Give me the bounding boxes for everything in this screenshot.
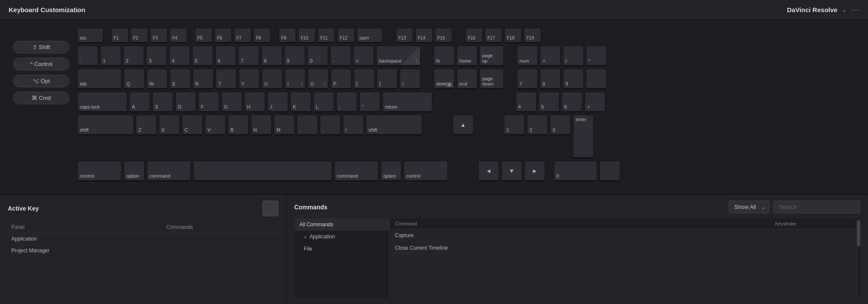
key-f10[interactable]: F10 <box>298 28 316 43</box>
key-lbracket[interactable]: [ <box>354 69 375 89</box>
key-v[interactable]: V <box>205 115 226 135</box>
key-3[interactable]: 3 <box>146 46 167 66</box>
key-control-left[interactable]: control <box>77 161 122 182</box>
key-num6[interactable]: 6 <box>562 92 582 112</box>
table-row[interactable]: Application <box>8 233 278 245</box>
tree-item-all-commands[interactable]: All Commands <box>294 218 389 231</box>
scrollbar[interactable] <box>857 218 860 298</box>
key-num[interactable]: num <box>517 46 538 66</box>
key-z[interactable]: Z <box>136 115 157 135</box>
key-return[interactable]: return <box>382 92 432 112</box>
key-f3[interactable]: F3 <box>150 28 168 43</box>
key-1[interactable]: 1 <box>100 46 121 66</box>
key-t[interactable]: T <box>216 69 237 89</box>
key-p[interactable]: P <box>331 69 352 89</box>
key-backspace[interactable]: backspace 1 <box>376 46 421 66</box>
key-f[interactable]: F <box>198 92 219 112</box>
key-shift-left[interactable]: shift <box>77 115 134 135</box>
key-esc[interactable]: esc <box>77 28 103 43</box>
key-8[interactable]: 8 <box>261 46 282 66</box>
key-page-up[interactable]: pageup <box>480 46 504 66</box>
key-command-right[interactable]: command <box>334 161 378 182</box>
control-modifier[interactable]: ^ Control <box>13 58 69 70</box>
key-home[interactable]: home <box>457 46 477 66</box>
key-control-right[interactable]: control <box>404 161 448 182</box>
key-num4[interactable]: 4 <box>516 92 536 112</box>
key-backslash[interactable]: \ <box>400 69 421 89</box>
key-4[interactable]: 4 <box>169 46 190 66</box>
tree-item-application[interactable]: ∨ Application <box>294 231 389 243</box>
key-num9[interactable]: 9 <box>563 69 584 89</box>
key-num0[interactable]: 0 <box>554 161 597 182</box>
key-num7[interactable]: 7 <box>517 69 538 89</box>
key-capslock[interactable]: caps lock <box>77 92 127 112</box>
key-num5[interactable]: 5 <box>539 92 559 112</box>
key-num-minus[interactable]: - <box>586 69 607 89</box>
key-f16[interactable]: F16 <box>465 28 483 43</box>
key-0[interactable]: 0 <box>307 46 328 66</box>
tree-item-file[interactable]: File <box>294 243 389 255</box>
key-9[interactable]: 9 <box>284 46 305 66</box>
scroll-thumb[interactable] <box>857 220 860 246</box>
cmd-row-capture[interactable]: Capture <box>390 229 857 242</box>
key-k[interactable]: K <box>290 92 311 112</box>
key-7[interactable]: 7 <box>238 46 259 66</box>
key-num8[interactable]: 8 <box>540 69 561 89</box>
search-input[interactable] <box>773 201 860 213</box>
key-f8[interactable]: F8 <box>253 28 271 43</box>
show-all-dropdown[interactable]: Show All <box>729 201 769 213</box>
key-l[interactable]: L <box>313 92 334 112</box>
key-arrow-left[interactable]: ◄ <box>478 161 499 182</box>
key-f2[interactable]: F2 <box>131 28 148 43</box>
key-backtick[interactable]: ` <box>77 46 98 66</box>
key-num-dot[interactable]: . <box>599 161 620 182</box>
key-r[interactable]: R <box>193 69 214 89</box>
key-f4[interactable]: F4 <box>170 28 187 43</box>
key-f9[interactable]: F9 <box>279 28 296 43</box>
key-f18[interactable]: F18 <box>504 28 522 43</box>
key-j[interactable]: J <box>267 92 288 112</box>
shift-modifier[interactable]: ⇧ Shift <box>13 41 69 53</box>
key-f12[interactable]: F12 <box>337 28 355 43</box>
key-g[interactable]: G <box>221 92 242 112</box>
key-tab[interactable]: tab <box>77 69 122 89</box>
key-f13[interactable]: F13 <box>396 28 413 43</box>
opt-modifier[interactable]: ⌥ Opt <box>13 75 69 87</box>
key-option-right[interactable]: option <box>381 161 401 182</box>
key-f11[interactable]: F11 <box>318 28 335 43</box>
cmd-modifier[interactable]: ⌘ Cmd <box>13 92 69 104</box>
key-q[interactable]: Q <box>124 69 145 89</box>
key-enter[interactable]: enter <box>573 115 594 159</box>
key-c[interactable]: C <box>182 115 203 135</box>
key-num1[interactable]: 1 <box>504 115 525 135</box>
key-arrow-up[interactable]: ▲ <box>453 115 473 135</box>
key-o[interactable]: O 1 <box>308 69 329 89</box>
key-quote[interactable]: " <box>359 92 380 112</box>
key-f6[interactable]: F6 <box>214 28 232 43</box>
chevron-down-icon[interactable]: ⌄ <box>842 7 847 13</box>
table-row[interactable]: Project Manager <box>8 245 278 257</box>
key-num2[interactable]: 2 <box>527 115 548 135</box>
key-f1[interactable]: F1 <box>111 28 128 43</box>
key-x[interactable]: X <box>159 115 180 135</box>
key-end[interactable]: end <box>457 69 477 89</box>
key-equals[interactable]: = <box>353 46 374 66</box>
key-2[interactable]: 2 <box>123 46 144 66</box>
key-space[interactable] <box>193 161 332 182</box>
key-arrow-right[interactable]: ► <box>524 161 545 182</box>
key-num-star[interactable]: * <box>586 46 607 66</box>
key-fn[interactable]: fn <box>434 46 454 66</box>
key-f14[interactable]: F14 <box>415 28 433 43</box>
key-option-left[interactable]: option <box>124 161 145 182</box>
key-minus[interactable]: - <box>330 46 351 66</box>
key-delete[interactable]: delete 3 <box>434 69 454 89</box>
key-i[interactable]: I 1 <box>285 69 306 89</box>
key-m[interactable]: M <box>274 115 295 135</box>
key-s[interactable]: S <box>152 92 173 112</box>
cmd-row-close-timeline[interactable]: Close Current Timeline <box>390 242 857 254</box>
key-d[interactable]: D <box>175 92 196 112</box>
key-a[interactable]: A <box>129 92 150 112</box>
key-fwslash[interactable]: / <box>343 115 364 135</box>
key-period[interactable]: . <box>320 115 341 135</box>
key-y[interactable]: Y <box>239 69 260 89</box>
